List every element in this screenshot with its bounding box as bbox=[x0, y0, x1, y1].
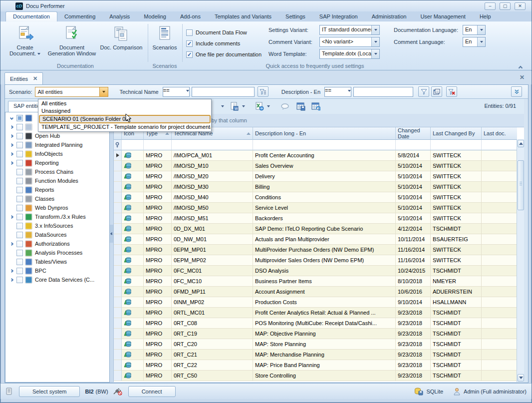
table-row[interactable]: MPRO /IMO/PCA_M01 Profit Center Accounti… bbox=[114, 150, 517, 161]
table-row[interactable]: MPRO 0RT_C21 MAP: Merchandise Planning 9… bbox=[114, 350, 517, 360]
tree-checkbox[interactable] bbox=[16, 214, 23, 220]
filter-menu-icon[interactable] bbox=[258, 86, 268, 97]
chevron-down-icon[interactable] bbox=[371, 49, 379, 58]
system-list-icon[interactable] bbox=[5, 388, 13, 396]
filter-cell[interactable] bbox=[122, 139, 144, 150]
scrollbar-thumb[interactable] bbox=[518, 160, 524, 210]
table-row[interactable]: MPRO /IMO/SD_M30 Billing 5/10/2014 SWITT… bbox=[114, 182, 517, 192]
filter-editor-icon[interactable] bbox=[431, 86, 442, 97]
table-row[interactable]: MPRO 0FC_MC10 Business Partner Items 8/1… bbox=[114, 276, 517, 287]
tree-item[interactable]: Tables/Views bbox=[5, 257, 109, 266]
scenario-combobox[interactable]: All entities bbox=[35, 87, 108, 97]
ribbon-tab[interactable]: Commenting bbox=[57, 12, 102, 21]
table-row[interactable]: MPRO 0FMD_MP11 Account Assignment 10/6/2… bbox=[114, 287, 517, 297]
ribbon-checkbox-row[interactable]: Document Data Flow bbox=[186, 27, 262, 38]
tree-expand-icon[interactable] bbox=[7, 153, 15, 155]
chevron-down-icon[interactable] bbox=[371, 25, 379, 34]
filter-cell[interactable] bbox=[396, 139, 431, 150]
tree-checkbox[interactable] bbox=[16, 250, 23, 256]
scroll-up-icon[interactable] bbox=[518, 140, 524, 147]
tree-checkbox[interactable] bbox=[16, 115, 23, 121]
table-row[interactable]: MPRO 0RT_C20 MAP: Store Planning 9/23/20… bbox=[114, 339, 517, 350]
close-icon[interactable]: ✕ bbox=[515, 2, 526, 10]
collapse-panel-icon[interactable] bbox=[110, 225, 113, 243]
tree-checkbox[interactable] bbox=[16, 160, 23, 166]
collapse-ribbon-icon[interactable] bbox=[517, 64, 525, 70]
dropdown-option[interactable]: Unassigned bbox=[39, 107, 211, 115]
checkbox-icon[interactable]: ✓ bbox=[186, 40, 193, 47]
column-header-description[interactable]: Description long - En bbox=[253, 127, 396, 140]
ribbon-tab[interactable]: Templates and Variants bbox=[208, 12, 278, 21]
tree-item[interactable]: 3.x InfoSources bbox=[5, 221, 109, 230]
tree-item[interactable]: DataSources bbox=[5, 230, 109, 239]
chevron-down-icon[interactable] bbox=[477, 25, 485, 34]
language-combobox[interactable]: En bbox=[463, 25, 486, 35]
table-row[interactable]: MPRO /IMO/SD_M50 Service Level 5/10/2014… bbox=[114, 203, 517, 213]
tab-entities[interactable]: Entities ✕ bbox=[4, 72, 43, 84]
export-word-icon[interactable]: W bbox=[230, 102, 239, 111]
table-row[interactable]: MPRO 0RT_C08 POS Monitoring (MultiCube: … bbox=[114, 318, 517, 329]
tree-item[interactable]: Analysis Processes bbox=[5, 248, 109, 257]
table-row[interactable]: MPRO 0RTL_MC01 Profit Center Analytics R… bbox=[114, 308, 517, 318]
description-input[interactable] bbox=[353, 87, 413, 97]
ribbon-checkbox-row[interactable]: ✓ One file per documentation bbox=[186, 49, 262, 60]
chevron-down-icon[interactable] bbox=[477, 37, 485, 46]
tree-item[interactable]: Classes bbox=[5, 194, 109, 203]
tree-item[interactable]: Transform./3.x Rules bbox=[5, 212, 109, 221]
table-row[interactable]: MPRO 0RT_C50 Store Controlling 9/23/2018… bbox=[114, 371, 517, 381]
chevron-down-icon[interactable] bbox=[186, 87, 189, 96]
ribbon-tab[interactable]: Add-ons bbox=[173, 12, 208, 21]
filter-cell[interactable] bbox=[144, 139, 172, 150]
filter-icon[interactable] bbox=[418, 86, 429, 97]
chevron-down-icon[interactable] bbox=[371, 37, 379, 46]
ribbon-tab[interactable]: Administration bbox=[365, 12, 414, 21]
tree-checkbox[interactable] bbox=[16, 241, 23, 247]
description-operator[interactable]: == bbox=[324, 87, 351, 97]
minimize-icon[interactable]: – bbox=[485, 2, 496, 10]
ribbon-tab[interactable]: Help bbox=[473, 12, 498, 21]
tree-expand-icon[interactable] bbox=[7, 144, 15, 146]
tab-close-icon[interactable]: ✕ bbox=[33, 75, 37, 82]
export-excel-icon[interactable] bbox=[255, 102, 264, 111]
table-row[interactable]: MPRO 0EPM_MP01 MultiProvider Purchase Or… bbox=[114, 245, 517, 255]
tree-item[interactable]: Integrated Planning bbox=[5, 140, 109, 149]
tree-item[interactable]: InfoObjects bbox=[5, 149, 109, 158]
ribbon-tab[interactable]: Settings bbox=[278, 12, 312, 21]
table-row[interactable]: MPRO 0EPM_MP02 Multiprovider Sales Order… bbox=[114, 255, 517, 266]
dropdown-caret-icon[interactable] bbox=[242, 105, 245, 107]
filter-cell[interactable] bbox=[172, 139, 253, 150]
tree-checkbox[interactable] bbox=[16, 277, 23, 283]
tree-expand-icon[interactable] bbox=[7, 162, 15, 164]
tree-item[interactable]: Function Modules bbox=[5, 176, 109, 185]
tree-checkbox[interactable] bbox=[16, 259, 23, 265]
technical-name-input[interactable] bbox=[192, 87, 255, 97]
dropdown-option[interactable]: TEMPLATE_SC_PROJECT - Template scenario … bbox=[39, 123, 211, 131]
ribbon-tab[interactable]: Modeling bbox=[137, 12, 173, 21]
connect-button[interactable]: Connect bbox=[128, 386, 176, 397]
tree-checkbox[interactable] bbox=[16, 268, 23, 274]
filter-cell[interactable] bbox=[431, 139, 482, 150]
tree-checkbox[interactable] bbox=[16, 169, 23, 175]
tree-checkbox[interactable] bbox=[16, 232, 23, 238]
chevron-down-icon[interactable] bbox=[348, 87, 351, 96]
dropdown-option[interactable]: SCENARIO 01 (Scenario Folder 01) bbox=[39, 115, 211, 123]
setting-combobox[interactable]: IT standard documen... bbox=[319, 25, 380, 35]
panel-splitter[interactable] bbox=[110, 99, 113, 383]
scenarios-button[interactable]: Scenarios bbox=[150, 24, 179, 62]
dropdown-caret-icon[interactable] bbox=[221, 105, 224, 107]
table-row[interactable]: MPRO 0RT_C19 MAP: Objective Planning 9/2… bbox=[114, 329, 517, 339]
create-document-button[interactable]: Create Document. bbox=[2, 24, 47, 62]
table-row[interactable]: MPRO 0FC_MC01 DSO Analysis 10/24/2015 TS… bbox=[114, 266, 517, 276]
dropdown-caret-icon[interactable] bbox=[267, 105, 270, 107]
ribbon-tab[interactable]: Analysis bbox=[102, 12, 137, 21]
tree-checkbox[interactable] bbox=[16, 205, 23, 211]
tree-item[interactable]: BPC bbox=[5, 266, 109, 275]
document-generation-window-button[interactable]: Document Generation Window bbox=[47, 24, 96, 62]
tree-checkbox[interactable] bbox=[16, 196, 23, 202]
table-row[interactable]: MPRO /IMO/SD_M10 Sales Overview 5/10/201… bbox=[114, 161, 517, 171]
tree-item[interactable]: Authorizations bbox=[5, 239, 109, 248]
setting-combobox[interactable]: Template.dotx (Local) bbox=[319, 49, 380, 59]
tree-item[interactable]: Core Data Services (C... bbox=[5, 275, 109, 284]
reset-layout-icon[interactable] bbox=[311, 102, 320, 111]
tree-expand-icon[interactable] bbox=[7, 270, 15, 272]
